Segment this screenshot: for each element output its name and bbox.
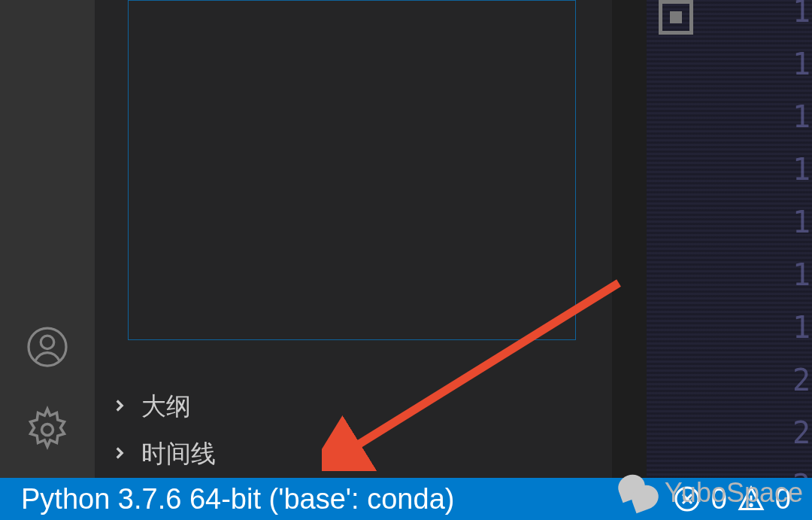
svg-point-0 bbox=[29, 328, 66, 366]
minimap-line-number: 1 bbox=[792, 0, 810, 29]
minimap-line-number: 2 bbox=[792, 363, 810, 397]
timeline-panel-header[interactable]: 时间线 bbox=[95, 430, 612, 478]
minimap-breakpoint-icon bbox=[659, 0, 693, 35]
minimap-line-number: 2 bbox=[792, 415, 810, 450]
activity-bar bbox=[0, 0, 95, 478]
svg-point-2 bbox=[42, 424, 53, 436]
outline-label: 大纲 bbox=[141, 390, 191, 424]
svg-point-1 bbox=[41, 336, 54, 349]
minimap-line-number: 1 bbox=[792, 310, 810, 345]
chevron-right-icon bbox=[110, 393, 129, 421]
timeline-label: 时间线 bbox=[141, 437, 216, 471]
account-icon[interactable] bbox=[25, 324, 70, 369]
chevron-right-icon bbox=[110, 440, 129, 469]
settings-gear-icon[interactable] bbox=[25, 407, 70, 452]
wechat-icon bbox=[615, 475, 659, 511]
minimap-line-number: 1 bbox=[792, 257, 810, 292]
python-interpreter[interactable]: Python 3.7.6 64-bit ('base': conda) bbox=[21, 483, 454, 515]
watermark: YuboSpace bbox=[615, 475, 803, 511]
outline-panel-header[interactable]: 大纲 bbox=[95, 383, 612, 430]
minimap-line-number: 1 bbox=[792, 99, 810, 134]
explorer-area bbox=[95, 0, 612, 383]
minimap-line-number: 1 bbox=[792, 205, 810, 239]
minimap-line-number: 1 bbox=[792, 152, 810, 187]
file-tree-box[interactable] bbox=[128, 0, 576, 340]
minimap-line-number: 1 bbox=[792, 47, 810, 81]
watermark-text: YuboSpace bbox=[665, 477, 803, 509]
minimap-line-numbers: 1111111222 bbox=[792, 0, 812, 503]
minimap[interactable]: 1111111222 bbox=[612, 0, 812, 478]
sidebar: 大纲 时间线 bbox=[95, 0, 612, 478]
